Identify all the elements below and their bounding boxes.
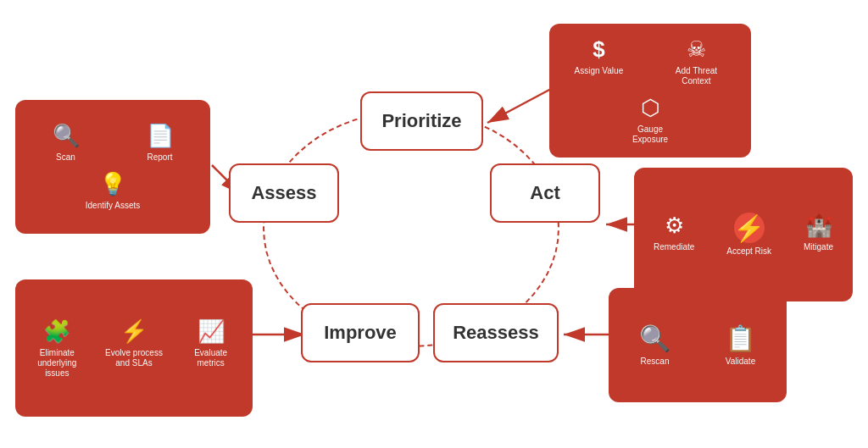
improve-node: Improve [301, 303, 420, 362]
improve-label: Improve [324, 322, 397, 344]
evaluate-label: Evaluate metrics [181, 348, 241, 368]
mitigate-icon: 🏰 [805, 213, 832, 239]
eliminate-icon-item: 🧩 Eliminate underlying issues [27, 318, 86, 379]
rescan-icon: 🔍 [639, 324, 670, 353]
evaluate-icon: 📈 [198, 318, 225, 345]
remediate-icon: ⚙ [665, 213, 684, 239]
evaluate-icon-item: 📈 Evaluate metrics [181, 318, 241, 368]
assign-value-label: Assign Value [575, 66, 624, 76]
mitigate-label: Mitigate [804, 242, 833, 252]
scan-icon-item: 🔍 Scan [53, 123, 80, 163]
reassess-node: Reassess [433, 303, 559, 362]
improve-icons: 🧩 Eliminate underlying issues ⚡ Evolve p… [22, 318, 246, 379]
prioritize-icons-top: $ Assign Value ☠ Add Threat Context [556, 36, 744, 86]
act-node: Act [490, 163, 600, 223]
validate-label: Validate [726, 357, 755, 367]
report-icon-item: 📄 Report [147, 123, 174, 163]
identify-assets-label: Identify Assets [86, 201, 140, 211]
act-label: Act [530, 182, 559, 204]
rescan-label: Rescan [641, 357, 670, 367]
identify-assets-icon: 💡 [99, 171, 126, 197]
prioritize-icons-bottom: ⬡ Gauge Exposure [556, 95, 744, 145]
add-threat-label: Add Threat Context [666, 66, 726, 86]
scan-label: Scan [56, 152, 75, 163]
eliminate-icon: 🧩 [43, 318, 70, 345]
reassess-label: Reassess [453, 322, 539, 344]
validate-icon-item: 📋 Validate [725, 324, 756, 367]
rescan-icon-item: 🔍 Rescan [639, 324, 670, 367]
report-label: Report [147, 152, 172, 163]
act-detail-box: ⚙ Remediate ⚡ Accept Risk 🏰 Mitigate [634, 168, 853, 301]
assess-icons-top: 🔍 Scan 📄 Report [22, 123, 203, 163]
reassess-detail-box: 🔍 Rescan 📋 Validate [609, 288, 787, 402]
identify-assets-icon-item: 💡 Identify Assets [86, 171, 140, 211]
assign-value-icon: $ [593, 36, 604, 63]
assess-detail-box: 🔍 Scan 📄 Report 💡 Identify Assets [15, 100, 210, 234]
add-threat-icon-item: ☠ Add Threat Context [666, 36, 726, 86]
act-icons: ⚙ Remediate ⚡ Accept Risk 🏰 Mitigate [641, 213, 846, 257]
gauge-exposure-label: Gauge Exposure [620, 124, 680, 145]
report-icon: 📄 [147, 123, 174, 149]
prioritize-node: Prioritize [360, 91, 483, 151]
evolve-icon-item: ⚡ Evolve process and SLAs [104, 318, 164, 368]
reassess-icons: 🔍 Rescan 📋 Validate [615, 324, 780, 367]
add-threat-icon: ☠ [687, 36, 706, 63]
diagram: Assess Prioritize Act Reassess Improve 🔍… [0, 0, 868, 448]
validate-icon: 📋 [725, 324, 756, 353]
assess-label: Assess [251, 182, 316, 204]
gauge-exposure-icon: ⬡ [641, 95, 660, 121]
accept-risk-icon-item: ⚡ Accept Risk [726, 213, 771, 257]
mitigate-icon-item: 🏰 Mitigate [804, 213, 833, 252]
accept-risk-icon: ⚡ [734, 213, 765, 243]
assess-icons-bottom: 💡 Identify Assets [22, 171, 203, 211]
evolve-label: Evolve process and SLAs [104, 348, 164, 368]
remediate-icon-item: ⚙ Remediate [654, 213, 694, 252]
evolve-icon: ⚡ [120, 318, 147, 345]
improve-detail-box: 🧩 Eliminate underlying issues ⚡ Evolve p… [15, 279, 253, 417]
assign-value-icon-item: $ Assign Value [575, 36, 624, 76]
eliminate-label: Eliminate underlying issues [27, 348, 86, 379]
svg-line-2 [487, 89, 551, 123]
scan-icon: 🔍 [53, 123, 80, 149]
gauge-exposure-icon-item: ⬡ Gauge Exposure [620, 95, 680, 145]
remediate-label: Remediate [654, 242, 694, 252]
assess-node: Assess [229, 163, 339, 223]
prioritize-label: Prioritize [381, 110, 461, 132]
prioritize-detail-box: $ Assign Value ☠ Add Threat Context ⬡ Ga… [549, 24, 751, 158]
accept-risk-label: Accept Risk [726, 246, 771, 257]
